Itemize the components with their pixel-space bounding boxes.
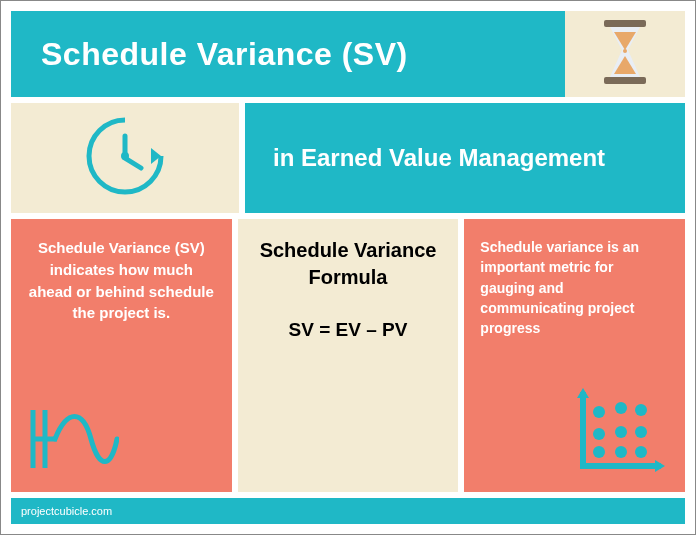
hourglass-icon — [598, 20, 652, 88]
svg-point-17 — [615, 446, 627, 458]
svg-marker-8 — [577, 388, 589, 398]
source-label: projectcubicle.com — [21, 505, 112, 517]
svg-point-11 — [615, 402, 627, 414]
metric-text: Schedule variance is an important metric… — [480, 237, 669, 338]
svg-point-15 — [635, 426, 647, 438]
clock-arrow-icon — [79, 110, 171, 206]
svg-rect-1 — [604, 77, 646, 84]
footer-bar: projectcubicle.com — [11, 498, 685, 524]
svg-point-12 — [635, 404, 647, 416]
page-title: Schedule Variance (SV) — [41, 36, 408, 73]
formula-text: SV = EV – PV — [254, 319, 443, 341]
title-panel: Schedule Variance (SV) — [11, 11, 565, 97]
subtitle-panel: in Earned Value Management — [245, 103, 685, 213]
page-subtitle: in Earned Value Management — [273, 144, 605, 172]
svg-point-18 — [635, 446, 647, 458]
svg-point-4 — [121, 152, 129, 160]
svg-point-13 — [593, 428, 605, 440]
clock-panel — [11, 103, 239, 213]
svg-point-10 — [593, 406, 605, 418]
svg-rect-0 — [604, 20, 646, 27]
subheader-row: in Earned Value Management — [11, 103, 685, 213]
middle-column: Schedule Variance Formula SV = EV – PV — [238, 219, 459, 492]
scatter-plot-icon — [575, 388, 667, 478]
formula-title: Schedule Variance Formula — [254, 237, 443, 291]
hourglass-panel — [565, 11, 685, 97]
svg-marker-9 — [655, 460, 665, 472]
svg-point-16 — [593, 446, 605, 458]
infographic-canvas: Schedule Variance (SV) — [11, 11, 685, 524]
right-column: Schedule variance is an important metric… — [464, 219, 685, 492]
svg-point-14 — [615, 426, 627, 438]
svg-point-2 — [623, 49, 627, 53]
wave-icon — [29, 404, 119, 478]
left-column: Schedule Variance (SV) indicates how muc… — [11, 219, 232, 492]
header-row: Schedule Variance (SV) — [11, 11, 685, 97]
content-row: Schedule Variance (SV) indicates how muc… — [11, 219, 685, 492]
definition-text: Schedule Variance (SV) indicates how muc… — [27, 237, 216, 324]
